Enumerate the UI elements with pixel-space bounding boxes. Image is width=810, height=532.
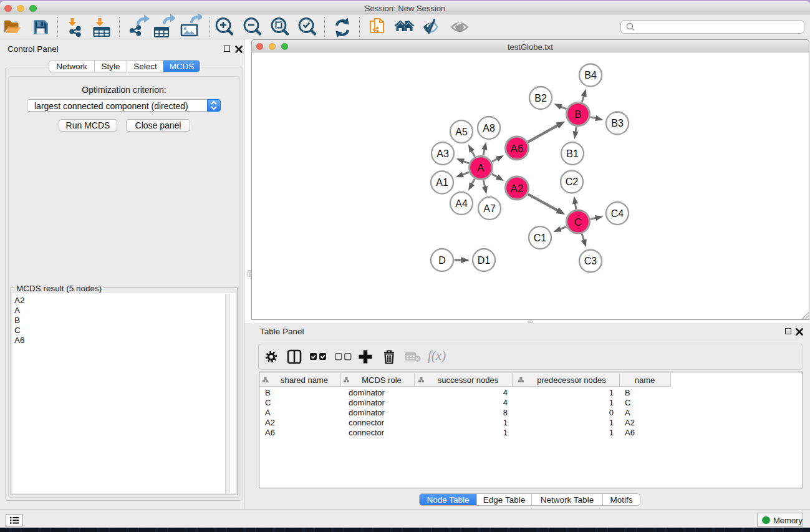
svg-text:D1: D1 [478,255,491,266]
svg-text:A3: A3 [436,148,449,159]
svg-text:B1: B1 [566,148,579,159]
svg-text:B2: B2 [534,93,547,104]
svg-text:A: A [477,162,485,174]
svg-text:A1: A1 [436,177,448,188]
svg-text:B3: B3 [611,118,624,128]
svg-text:C1: C1 [534,233,547,243]
svg-text:A6: A6 [511,143,524,155]
svg-text:B: B [574,109,581,120]
svg-text:A5: A5 [455,127,468,137]
svg-text:C3: C3 [584,256,597,266]
svg-text:C4: C4 [611,208,624,219]
svg-text:A2: A2 [511,183,524,195]
svg-text:C: C [574,216,582,228]
svg-text:B4: B4 [584,70,597,80]
svg-text:A4: A4 [455,198,468,209]
svg-text:C2: C2 [566,177,579,187]
svg-text:A8: A8 [483,123,495,133]
svg-text:A7: A7 [483,203,496,214]
svg-text:D: D [438,255,446,266]
